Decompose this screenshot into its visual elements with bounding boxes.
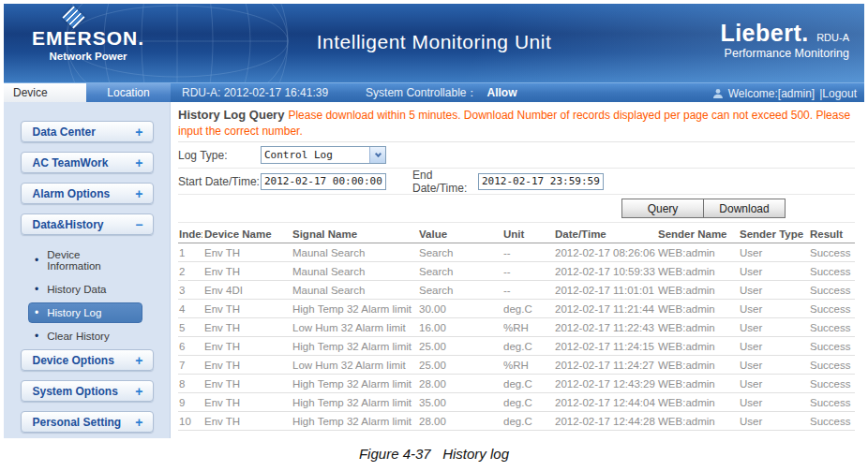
sidebar-group-alarm-options[interactable]: Alarm Options+ (21, 183, 154, 204)
table-cell: WEB:admin (656, 375, 738, 393)
sidebar-item-history-data[interactable]: •History Data (28, 279, 142, 300)
table-cell: Env TH (202, 300, 291, 318)
table-cell: Env TH (202, 393, 291, 412)
table-cell: User (738, 318, 808, 337)
sidebar-group-data-center[interactable]: Data Center+ (21, 121, 154, 142)
sidebar-group-label: Personal Setting (33, 416, 136, 429)
table-row: 1Env THMaunal SearchSearch--2012-02-17 0… (178, 243, 855, 262)
table-cell: Env TH (202, 243, 291, 262)
page-title: History Log Query (178, 108, 284, 122)
logtype-select[interactable]: Control Log (261, 146, 386, 164)
expand-plus-icon: + (135, 186, 142, 201)
column-header-sender-name: Sender Name (656, 225, 738, 243)
sidebar-item-label: History Log (47, 307, 101, 318)
main-content: History Log QueryPlease download within … (171, 102, 864, 438)
sidebar-group-data-history[interactable]: Data&History− (21, 213, 154, 235)
table-cell: 2 (178, 262, 202, 281)
table-cell: High Temp 32 Alarm limit (291, 375, 417, 393)
bullet-icon: • (35, 285, 38, 294)
bullet-icon: • (35, 308, 38, 317)
bullet-icon: • (35, 256, 38, 265)
logout-link[interactable]: |Logout (819, 84, 857, 103)
table-cell: User (738, 356, 808, 375)
table-cell: WEB:admin (656, 300, 738, 318)
table-cell: 2012-02-17 12:44:28 (553, 412, 656, 431)
table-cell: -- (501, 281, 553, 300)
column-header-date-time: Date/Time (553, 225, 656, 243)
table-cell: Env TH (202, 375, 291, 393)
table-cell: Maunal Search (291, 281, 417, 300)
history-log-table: IndexDevice NameSignal NameValueUnitDate… (178, 225, 855, 431)
table-cell: WEB:admin (656, 281, 738, 300)
table-cell: User (738, 262, 808, 281)
sidebar-group-ac-teamwork[interactable]: AC TeamWork+ (21, 152, 154, 173)
table-cell: Env TH (202, 356, 291, 375)
table-cell: High Temp 32 Alarm limit (291, 412, 417, 431)
table-cell: 2012-02-17 12:44:04 (553, 393, 656, 412)
chevron-down-icon[interactable] (369, 147, 385, 163)
app-window: EMERSON. Network Power Intelligent Monit… (4, 4, 864, 438)
table-cell: 1 (178, 243, 202, 262)
liebert-logo-subtext: Performance Monitoring (720, 47, 849, 60)
welcome-text: Welcome:[admin] (728, 84, 815, 103)
query-button[interactable]: Query (621, 199, 704, 218)
table-cell: Success (808, 243, 855, 262)
table-cell: Search (417, 281, 501, 300)
table-cell: deg.C (501, 337, 553, 356)
download-button[interactable]: Download (703, 199, 786, 218)
page-title-block: History Log QueryPlease download within … (178, 102, 855, 142)
table-cell: Success (808, 412, 855, 431)
table-cell: 16.00 (417, 318, 501, 337)
user-icon (712, 88, 724, 99)
table-cell: 2012-02-17 11:21:44 (553, 300, 656, 318)
sidebar-item-history-log[interactable]: •History Log (28, 302, 142, 323)
sidebar-item-clear-history[interactable]: •Clear History (28, 326, 142, 346)
column-header-index: Index (178, 225, 202, 243)
table-cell: User (738, 337, 808, 356)
sidebar-item-label: History Data (47, 284, 106, 295)
status-info: RDU-A: 2012-02-17 16:41:39 System Contro… (182, 83, 516, 103)
logtype-selected-value: Control Log (262, 147, 369, 163)
tab-location[interactable]: Location (86, 83, 171, 103)
table-cell: 2012-02-17 11:24:27 (553, 356, 656, 375)
sidebar-group-label: Device Options (33, 354, 136, 367)
user-area: Welcome:[admin] |Logout (712, 83, 857, 103)
column-header-sender-type: Sender Type (738, 225, 808, 243)
table-cell: WEB:admin (656, 412, 738, 431)
table-cell: User (738, 375, 808, 393)
sidebar-item-device-information[interactable]: •Device Information (28, 244, 142, 276)
table-cell: User (738, 281, 808, 300)
table-cell: 8 (178, 375, 202, 393)
sidebar-group-device-options[interactable]: Device Options+ (21, 349, 154, 371)
table-cell: Maunal Search (291, 262, 417, 281)
sidebar-group-label: AC TeamWork (33, 156, 136, 169)
table-cell: deg.C (501, 375, 553, 393)
table-cell: 9 (178, 393, 202, 412)
table-cell: 2012-02-17 11:24:15 (553, 337, 656, 356)
sidebar-group-label: System Options (33, 385, 136, 398)
end-datetime-input[interactable] (478, 173, 604, 190)
table-cell: Env TH (202, 262, 291, 281)
sidebar-group-label: Data&History (33, 218, 136, 231)
table-cell: User (738, 243, 808, 262)
table-cell: User (738, 300, 808, 318)
table-cell: -- (501, 262, 553, 281)
table-cell: 5 (178, 318, 202, 337)
liebert-logo-row: Liebert. RDU-A (720, 20, 849, 47)
table-cell: Success (808, 318, 855, 337)
table-cell: WEB:admin (656, 262, 738, 281)
banner: EMERSON. Network Power Intelligent Monit… (4, 4, 864, 82)
sidebar-group-system-options[interactable]: System Options+ (21, 380, 154, 402)
expand-plus-icon: + (135, 384, 142, 399)
start-datetime-input[interactable] (261, 173, 386, 190)
table-cell: 2012-02-17 11:22:43 (553, 318, 656, 337)
table-cell: WEB:admin (656, 337, 738, 356)
tab-device[interactable]: Device (4, 83, 86, 103)
table-cell: 25.00 (417, 356, 501, 375)
bullet-icon: • (35, 331, 38, 341)
controllable-label: System Controllable： (366, 86, 477, 99)
table-cell: Low Hum 32 Alarm limit (291, 356, 417, 375)
sidebar-group-personal-setting[interactable]: Personal Setting+ (21, 411, 154, 433)
table-row: 6Env THHigh Temp 32 Alarm limit25.00deg.… (178, 337, 855, 356)
table-cell: 2012-02-17 11:01:01 (553, 281, 656, 300)
